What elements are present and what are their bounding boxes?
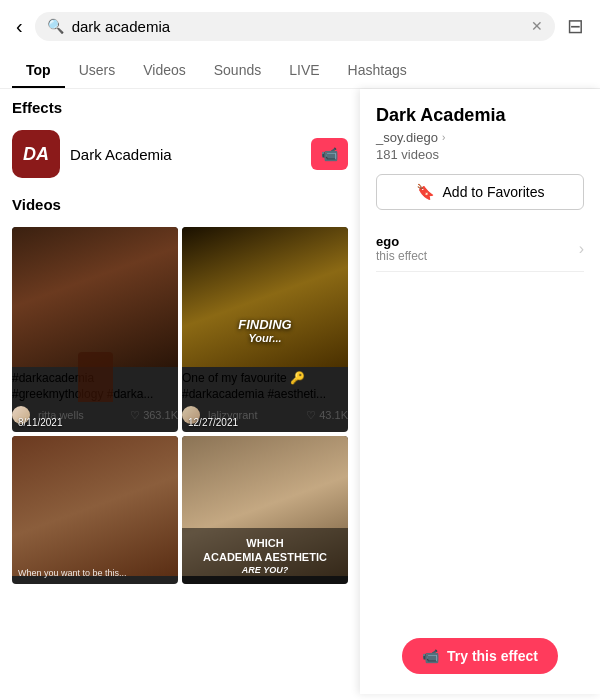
video-date-1: 8/11/2021 bbox=[18, 417, 63, 428]
videos-grid: 8/11/2021 #darkacademia #greekmythology … bbox=[0, 219, 360, 596]
clear-button[interactable]: ✕ bbox=[531, 18, 543, 34]
effect-item: DA Dark Academia 📹 bbox=[0, 122, 360, 186]
shirt-text: When you want to be this... bbox=[18, 568, 127, 578]
add-favorites-button[interactable]: 🔖 Add to Favorites bbox=[376, 174, 584, 210]
camera-icon: 📹 bbox=[321, 146, 338, 162]
tab-sounds[interactable]: Sounds bbox=[200, 52, 275, 88]
video-row-1: 8/11/2021 #darkacademia #greekmythology … bbox=[12, 227, 348, 432]
video-card-4[interactable]: Which ACADEMIA AESTHETIC are you? bbox=[182, 436, 348, 584]
add-favorites-label: Add to Favorites bbox=[443, 184, 545, 200]
academia-aesthetic-label: ACADEMIA AESTHETIC bbox=[186, 550, 344, 564]
user-link[interactable]: _soy.diego bbox=[376, 130, 438, 145]
video-thumb-2: FINDING Your... bbox=[182, 227, 348, 367]
right-row-1: 🦴 cute bbox=[376, 282, 379, 382]
try-effect-button[interactable]: 📹 Try this effect bbox=[402, 638, 558, 674]
left-panel: Effects DA Dark Academia 📹 Videos bbox=[0, 89, 360, 694]
try-effect-label: Try this effect bbox=[447, 648, 538, 664]
try-camera-icon: 📹 bbox=[422, 648, 439, 664]
filter-button[interactable]: ⊟ bbox=[563, 10, 588, 42]
tab-users[interactable]: Users bbox=[65, 52, 130, 88]
user-chevron: › bbox=[442, 132, 445, 143]
ego-name: ego bbox=[376, 234, 579, 249]
are-you-label: are you? bbox=[186, 565, 344, 577]
right-panel-user[interactable]: _soy.diego › bbox=[376, 130, 584, 145]
back-button[interactable]: ‹ bbox=[12, 11, 27, 42]
main-content: Effects DA Dark Academia 📹 Videos bbox=[0, 89, 600, 694]
search-header: ‹ 🔍 ✕ ⊟ bbox=[0, 0, 600, 52]
effect-name: Dark Academia bbox=[70, 146, 301, 163]
likes-count-2: 43.1K bbox=[319, 409, 348, 421]
tab-top[interactable]: Top bbox=[12, 52, 65, 88]
ego-chevron: › bbox=[579, 240, 584, 258]
ego-row[interactable]: ego this effect › bbox=[376, 226, 584, 272]
likes-1: ♡ 363.1K bbox=[130, 409, 178, 422]
academia-text: Which ACADEMIA AESTHETIC are you? bbox=[182, 528, 348, 584]
search-icon: 🔍 bbox=[47, 18, 64, 34]
search-bar: 🔍 ✕ bbox=[35, 12, 555, 41]
effects-section-title: Effects bbox=[0, 89, 360, 122]
ego-sub: this effect bbox=[376, 249, 579, 263]
video-card-1[interactable]: 8/11/2021 #darkacademia #greekmythology … bbox=[12, 227, 178, 432]
tab-live[interactable]: LIVE bbox=[275, 52, 333, 88]
heart-icon-2: ♡ bbox=[306, 409, 316, 422]
likes-count-1: 363.1K bbox=[143, 409, 178, 421]
video-row-2: When you want to be this... Which ACADEM… bbox=[12, 436, 348, 584]
search-input[interactable] bbox=[72, 18, 523, 35]
tab-hashtags[interactable]: Hashtags bbox=[334, 52, 421, 88]
videos-section-title: Videos bbox=[0, 186, 360, 219]
right-row-2: это мы готовимся в команду к Мстителям bbox=[382, 282, 385, 382]
video-date-2: 12/27/2021 bbox=[188, 417, 238, 428]
video-card-2[interactable]: FINDING Your... 12/27/2021 One of my fav… bbox=[182, 227, 348, 432]
tab-videos[interactable]: Videos bbox=[129, 52, 200, 88]
right-panel-title: Dark Academia bbox=[376, 105, 584, 126]
effect-logo: DA bbox=[12, 130, 60, 178]
which-label: Which bbox=[186, 536, 344, 550]
video-thumb-4: Which ACADEMIA AESTHETIC are you? bbox=[182, 436, 348, 576]
right-panel-count: 181 videos bbox=[376, 147, 584, 162]
tabs-bar: Top Users Videos Sounds LIVE Hashtags bbox=[0, 52, 600, 89]
ego-text: ego this effect bbox=[376, 234, 579, 263]
video-card-3[interactable]: When you want to be this... bbox=[12, 436, 178, 584]
right-panel: Dark Academia _soy.diego › 181 videos 🔖 … bbox=[360, 89, 600, 694]
video-thumb-3: When you want to be this... bbox=[12, 436, 178, 576]
bookmark-icon: 🔖 bbox=[416, 183, 435, 201]
camera-button[interactable]: 📹 bbox=[311, 138, 348, 170]
video-thumb-1 bbox=[12, 227, 178, 367]
heart-icon-1: ♡ bbox=[130, 409, 140, 422]
right-video-grid: 🦴 cute это мы готовимся в команду к Мсти… bbox=[376, 282, 584, 385]
video-caption-2: One of my favourite 🔑 #darkacademia #aes… bbox=[182, 371, 348, 402]
likes-2: ♡ 43.1K bbox=[306, 409, 348, 422]
finding-text: FINDING Your... bbox=[238, 316, 291, 343]
